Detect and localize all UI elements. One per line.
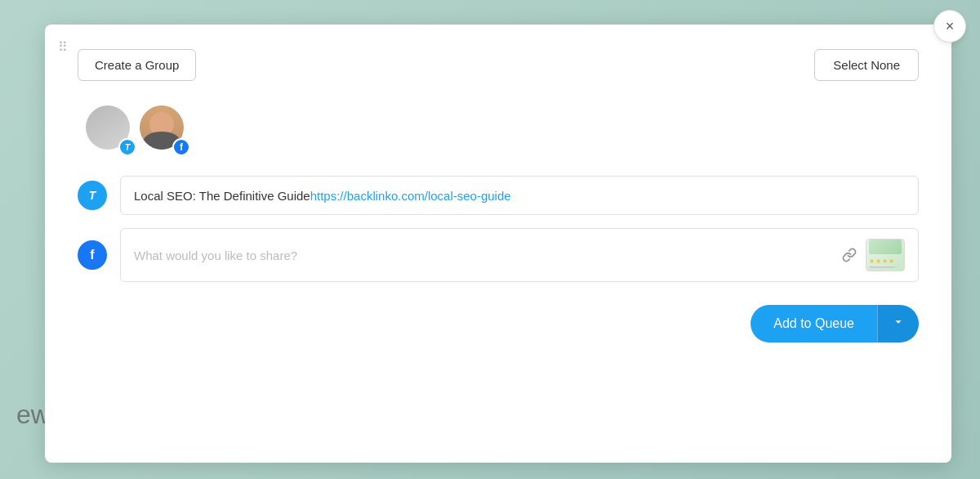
twitter-social-badge: T [118,138,136,156]
chevron-down-icon [893,316,904,328]
close-button[interactable]: × [933,10,966,43]
add-to-queue-main-button[interactable]: Add to Queue [751,305,877,342]
compose-section: T Local SEO: The Definitive Guide https:… [78,176,919,282]
twitter-account-avatar[interactable]: T [86,105,133,153]
facebook-compose-input[interactable]: What would you like to share? ★ [120,228,919,282]
content-thumbnail: ★ ★ ★ ★ ★ [866,239,905,271]
modal-header: Create a Group Select None [78,49,919,81]
select-none-button[interactable]: Select None [814,49,919,81]
twitter-compose-input[interactable]: Local SEO: The Definitive Guide https://… [120,176,919,215]
modal-container: × ⠿ Create a Group Select None T [45,25,951,463]
twitter-compose-row: T Local SEO: The Definitive Guide https:… [78,176,919,215]
facebook-platform-icon: f [78,240,107,270]
create-group-button[interactable]: Create a Group [78,49,196,81]
facebook-compose-row: f What would you like to share? [78,228,919,282]
drag-handle-icon: ⠿ [58,41,68,54]
facebook-social-badge: f [172,138,190,156]
facebook-input-actions: ★ ★ ★ ★ ★ [838,239,905,271]
add-to-queue-dropdown-button[interactable] [877,305,919,342]
accounts-row: T f [78,105,919,153]
twitter-compose-link[interactable]: https://backlinko.com/local-seo-guide [310,189,511,203]
facebook-compose-placeholder: What would you like to share? [134,248,297,262]
link-attachment-icon[interactable] [838,244,861,266]
twitter-compose-text: Local SEO: The Definitive Guide [134,189,310,203]
add-to-queue-button-group[interactable]: Add to Queue [751,305,919,342]
facebook-account-avatar[interactable]: f [140,105,187,153]
twitter-platform-icon: T [78,181,107,210]
modal-footer: Add to Queue [78,305,919,342]
